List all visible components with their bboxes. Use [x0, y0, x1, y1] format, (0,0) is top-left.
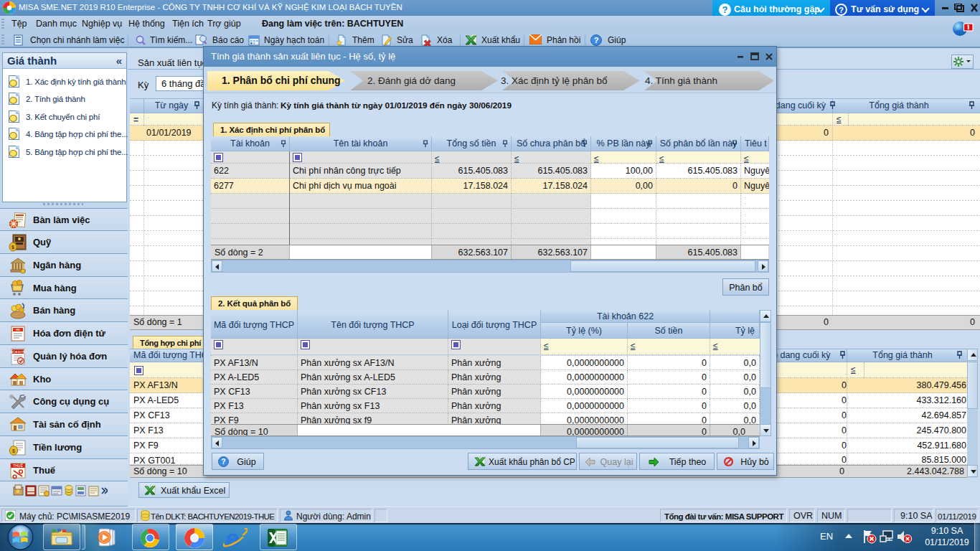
svg-text:4. Tính giá thành: 4. Tính giá thành — [645, 75, 717, 86]
svg-text:$: $ — [12, 448, 15, 454]
svg-text:3. Xác định tỷ lệ phân bổ: 3. Xác định tỷ lệ phân bổ — [501, 75, 608, 86]
svg-text:1. Phân bổ chi phí chung: 1. Phân bổ chi phí chung — [222, 75, 341, 86]
svg-text:2. Đánh giá dở dang: 2. Đánh giá dở dang — [367, 75, 456, 86]
svg-text:HĐ: HĐ — [16, 328, 20, 331]
svg-text:?: ? — [594, 36, 599, 44]
svg-text:?: ? — [221, 458, 225, 466]
svg-text:HÓA ĐƠN: HÓA ĐƠN — [11, 350, 26, 354]
svg-text:THUẾ: THUẾ — [13, 463, 23, 468]
svg-text:$: $ — [11, 245, 14, 250]
